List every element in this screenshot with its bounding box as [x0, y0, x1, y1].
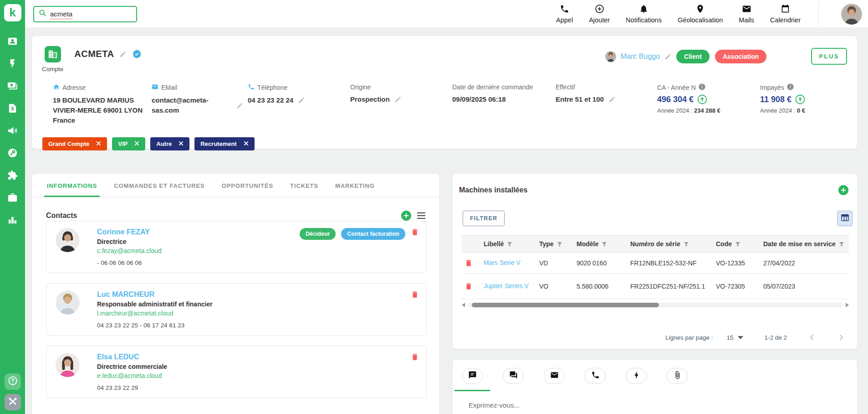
id-card-icon	[7, 36, 18, 48]
remove-tag-icon[interactable]	[96, 140, 101, 147]
tool-email-button[interactable]	[544, 368, 565, 384]
sidebar-item-integrations[interactable]	[6, 170, 20, 182]
composer-input[interactable]: Exprimez-vous...	[469, 401, 848, 409]
sidebar-item-sales[interactable]	[6, 81, 20, 93]
tool-chat-button[interactable]	[503, 368, 524, 384]
scrollbar-thumb[interactable]	[472, 303, 659, 307]
rows-per-page-select[interactable]: 15	[726, 334, 743, 341]
plus-button[interactable]: PLUS	[811, 48, 847, 65]
sidebar-item-contacts[interactable]	[6, 36, 20, 48]
contact-row: Corinne FEZAY Directrice c.fezay@acmeta.…	[46, 221, 427, 273]
account-fields: Adresse 19 BOULEVARD MARIUS VIVIER-MERLE…	[42, 83, 847, 125]
topbar-notifications-button[interactable]: Notifications	[626, 4, 662, 24]
tab-opportunites[interactable]: OPPORTUNITÉS	[221, 182, 274, 197]
filter-funnel-icon[interactable]	[735, 241, 740, 247]
user-avatar[interactable]	[841, 4, 862, 25]
next-page-button[interactable]	[837, 333, 845, 342]
sidebar-item-statistics[interactable]	[6, 215, 20, 227]
sidebar: k $	[0, 0, 25, 414]
contacts-menu-icon[interactable]	[417, 212, 426, 219]
contact-name[interactable]: Elsa LEDUC	[97, 353, 167, 361]
contact-email[interactable]: l.marcheur@acmetat.cloud	[97, 310, 213, 317]
topbar-mails-button[interactable]: Mails	[739, 4, 754, 24]
remove-tag-icon[interactable]	[179, 140, 184, 147]
sidebar-item-marketing[interactable]	[6, 125, 20, 137]
field-email: EMail contact@acmeta-sas.com	[152, 83, 248, 125]
topbar-add-button[interactable]: Ajouter	[589, 4, 610, 24]
filter-funnel-icon[interactable]	[557, 241, 562, 247]
puzzle-icon	[7, 170, 18, 182]
delete-contact-icon[interactable]	[411, 290, 419, 300]
add-machine-button[interactable]	[838, 185, 848, 195]
edit-email-icon[interactable]	[236, 102, 243, 109]
edit-effectif-icon[interactable]	[608, 96, 616, 103]
column-chooser-button[interactable]	[837, 211, 853, 226]
sidebar-item-services[interactable]	[6, 148, 20, 160]
search-icon	[39, 9, 46, 19]
tab-commandes-factures[interactable]: COMMANDES ET FACTURES	[113, 182, 205, 197]
delete-contact-icon[interactable]	[411, 353, 419, 362]
tab-informations[interactable]: INFORMATIONS	[46, 182, 98, 197]
sidebar-item-settings[interactable]	[5, 394, 21, 410]
contact-name[interactable]: Corinne FEZAY	[97, 228, 162, 236]
svg-text:$: $	[11, 106, 14, 111]
contact-name[interactable]: Luc MARCHEUR	[97, 290, 213, 299]
topbar-add-label: Ajouter	[589, 16, 610, 24]
owner-link[interactable]: Marc Buggo	[621, 52, 660, 61]
search-value: acmeta	[50, 10, 72, 18]
remove-tag-icon[interactable]	[244, 140, 249, 147]
sidebar-item-help[interactable]: ?	[5, 373, 21, 390]
tool-attachment-button[interactable]	[667, 368, 688, 384]
add-contact-button[interactable]	[401, 211, 411, 221]
tag-autre[interactable]: Autre	[150, 137, 189, 150]
tool-action-button[interactable]	[626, 368, 647, 384]
tag-recrutement[interactable]: Recrutement	[194, 137, 254, 150]
delete-machine-icon[interactable]	[465, 259, 473, 268]
tool-note-button[interactable]	[462, 368, 483, 384]
previous-page-button[interactable]	[808, 333, 816, 342]
ca-value: 496 304 €	[657, 95, 694, 104]
plus-circle-icon	[595, 4, 604, 15]
filter-funnel-icon[interactable]	[839, 241, 844, 247]
contact-role: Responsable administratif et financier	[97, 300, 213, 308]
scroll-left-arrow[interactable]	[462, 303, 465, 307]
filter-funnel-icon[interactable]	[602, 241, 607, 247]
status-badge-client: Client	[676, 50, 710, 63]
topbar-calendar-button[interactable]: Calendrier	[770, 4, 801, 24]
filter-button[interactable]: FILTRER	[463, 211, 505, 226]
filter-funnel-icon[interactable]	[684, 241, 689, 247]
edit-origine-icon[interactable]	[394, 96, 402, 103]
topbar-call-button[interactable]: Appel	[556, 4, 573, 24]
delete-machine-icon[interactable]	[465, 282, 473, 291]
scrollbar-track[interactable]	[468, 303, 842, 307]
status-badge-association: Association	[715, 50, 766, 63]
contact-email[interactable]: e.leduc@acmeta.cloud	[97, 372, 167, 379]
filter-funnel-icon[interactable]	[507, 241, 512, 247]
tab-marketing[interactable]: MARKETING	[334, 182, 376, 197]
tab-tickets[interactable]: TICKETS	[289, 182, 319, 197]
search-input[interactable]: acmeta	[33, 6, 137, 22]
machines-panel: Machines installées FILTRER Libellé Type…	[452, 173, 858, 349]
contact-role: Directrice	[97, 238, 162, 245]
sidebar-item-portfolio[interactable]	[6, 192, 20, 204]
remove-tag-icon[interactable]	[134, 140, 139, 147]
tool-call-button[interactable]	[585, 368, 606, 384]
tabs: INFORMATIONS COMMANDES ET FACTURES OPPOR…	[32, 174, 439, 197]
scroll-right-arrow[interactable]	[846, 303, 849, 307]
tag-grand-compte[interactable]: Grand Compte	[42, 137, 107, 150]
tag-vip[interactable]: VIP	[112, 137, 145, 150]
contact-email[interactable]: c.fezay@acmeta.cloud	[97, 247, 162, 254]
delete-contact-icon[interactable]	[411, 228, 419, 237]
sidebar-item-invoices[interactable]: $	[6, 103, 20, 115]
edit-owner-icon[interactable]	[664, 53, 672, 60]
machine-link[interactable]: Jupiter Series V	[484, 282, 529, 290]
topbar-calendar-label: Calendrier	[770, 16, 801, 24]
logo-letter: k	[9, 6, 15, 18]
envelope-icon	[550, 371, 559, 381]
sidebar-item-activities[interactable]	[6, 58, 20, 70]
topbar-geolocation-button[interactable]: Géolocalisation	[678, 4, 723, 24]
edit-telephone-icon[interactable]	[298, 97, 305, 104]
machine-link[interactable]: Mars Serie V	[484, 259, 521, 267]
app-logo[interactable]: k	[4, 4, 21, 21]
edit-account-name-icon[interactable]	[119, 51, 127, 58]
